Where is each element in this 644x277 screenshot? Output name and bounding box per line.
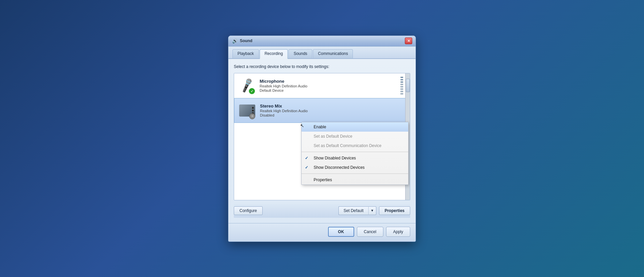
instruction-text: Select a recording device below to modif… xyxy=(234,64,410,69)
ctx-set-default-comm[interactable]: Set as Default Communication Device xyxy=(302,141,408,150)
tab-sounds[interactable]: Sounds xyxy=(288,49,312,58)
level-bar-2 xyxy=(400,79,403,80)
stereomix-name: Stereo Mix xyxy=(260,103,406,109)
port-1 xyxy=(252,107,254,109)
level-bar-4 xyxy=(400,84,403,85)
stereo-badge: ⊙ xyxy=(249,113,255,119)
level-bar-5 xyxy=(400,86,403,87)
device-microphone[interactable]: 🎤 ✓ Microphone Realtek High Definition A… xyxy=(234,73,410,98)
configure-button[interactable]: Configure xyxy=(234,206,263,215)
level-bar-7 xyxy=(400,91,403,92)
level-bar-6 xyxy=(400,88,403,90)
ctx-separator-1 xyxy=(302,152,408,152)
device-stereomix[interactable]: ⊙ Stereo Mix Realtek High Definition Aud… xyxy=(234,98,410,123)
title-bar: 🔊 Sound ✕ xyxy=(228,36,416,47)
microphone-status: Default Device xyxy=(260,88,400,92)
soundcard-icon-wrap: ⊙ xyxy=(238,102,256,119)
mic-icon-wrap: 🎤 ✓ xyxy=(238,77,256,94)
apply-button[interactable]: Apply xyxy=(386,227,410,237)
stereomix-driver: Realtek High Definition Audio xyxy=(260,109,406,113)
checkmark-disabled: ✓ xyxy=(305,156,308,160)
tabs-bar: Playback Recording Sounds Communications xyxy=(228,47,416,59)
bottom-buttons: Configure Set Default ▼ Properties xyxy=(234,204,410,218)
window-body: Select a recording device below to modif… xyxy=(228,59,416,223)
level-indicator xyxy=(400,77,403,94)
scroll-thumb[interactable] xyxy=(406,79,410,92)
microphone-name: Microphone xyxy=(260,79,400,84)
dialog-footer: OK Cancel Apply xyxy=(228,223,416,241)
tab-communications[interactable]: Communications xyxy=(313,49,353,58)
sound-dialog: 🔊 Sound ✕ Playback Recording Sounds Comm… xyxy=(228,36,416,242)
close-button[interactable]: ✕ xyxy=(405,38,412,44)
context-menu: ↖ Enable Set as Default Device Set as De… xyxy=(301,122,409,185)
ctx-enable[interactable]: ↖ Enable xyxy=(302,122,408,132)
port-2 xyxy=(252,110,254,112)
cursor-icon: ↖ xyxy=(300,123,304,128)
sound-icon: 🔊 xyxy=(232,38,238,44)
stereomix-info: Stereo Mix Realtek High Definition Audio… xyxy=(260,103,406,117)
set-default-button[interactable]: Set Default xyxy=(338,206,368,215)
ctx-show-disabled[interactable]: ✓ Show Disabled Devices xyxy=(302,153,408,163)
level-bar-1 xyxy=(400,77,403,78)
ctx-separator-2 xyxy=(302,174,408,174)
ctx-set-default[interactable]: Set as Default Device xyxy=(302,132,408,141)
set-default-split: Set Default ▼ xyxy=(338,206,376,215)
cancel-button[interactable]: Cancel xyxy=(357,227,383,237)
tab-recording[interactable]: Recording xyxy=(260,49,288,59)
checkmark-disconnected: ✓ xyxy=(305,165,308,170)
ctx-properties[interactable]: Properties xyxy=(302,175,408,185)
properties-button[interactable]: Properties xyxy=(379,206,410,215)
window-title: Sound xyxy=(240,39,252,43)
tab-playback[interactable]: Playback xyxy=(232,49,259,58)
stereomix-status: Disabled xyxy=(260,113,406,117)
title-bar-left: 🔊 Sound xyxy=(232,38,252,44)
level-bar-8 xyxy=(400,93,403,94)
ctx-show-disconnected[interactable]: ✓ Show Disconnected Devices xyxy=(302,163,408,172)
set-default-arrow[interactable]: ▼ xyxy=(368,206,376,215)
level-bar-3 xyxy=(400,81,403,83)
ok-button[interactable]: OK xyxy=(328,227,354,237)
devices-panel: 🎤 ✓ Microphone Realtek High Definition A… xyxy=(234,73,410,200)
right-buttons: Set Default ▼ Properties xyxy=(338,206,410,215)
microphone-driver: Realtek High Definition Audio xyxy=(260,84,400,88)
microphone-info: Microphone Realtek High Definition Audio… xyxy=(260,79,400,92)
default-badge: ✓ xyxy=(249,88,255,94)
